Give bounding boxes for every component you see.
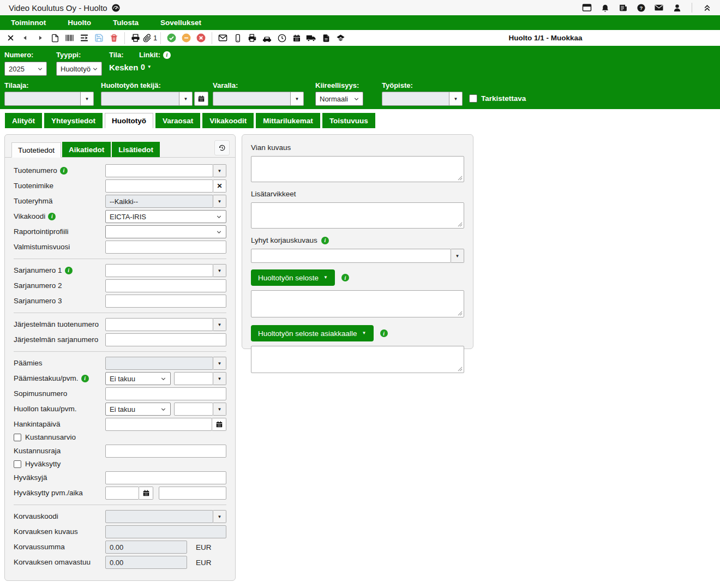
valmistumisvuosi-input[interactable] <box>105 241 226 254</box>
vikakoodi-select[interactable]: EICTA-IRIS <box>105 210 226 223</box>
fax-icon[interactable] <box>245 31 260 45</box>
hyvaksytty-pvm-calendar-button[interactable] <box>139 487 153 500</box>
sarjanumero3-input[interactable] <box>105 295 226 308</box>
clock-icon[interactable] <box>274 31 289 45</box>
info-icon[interactable]: i <box>48 213 56 220</box>
huoltotyon-seloste-textarea[interactable] <box>251 290 464 317</box>
korvauksen-kuvaus-input[interactable] <box>105 525 226 538</box>
tilaaja-input[interactable] <box>4 92 81 106</box>
prev-record-icon[interactable] <box>18 31 33 45</box>
resize-grip-icon[interactable] <box>458 311 463 316</box>
hyvaksytty-pvm-input[interactable] <box>105 487 139 500</box>
dropdown-arrow-button[interactable]: ▼ <box>449 92 463 106</box>
notifications-bell-icon[interactable] <box>599 2 610 13</box>
barcode-icon[interactable] <box>62 31 77 45</box>
paamiestakuu-pvm-input[interactable] <box>174 372 213 385</box>
car-icon[interactable] <box>260 31 274 45</box>
window-icon[interactable] <box>581 2 592 13</box>
user-icon[interactable] <box>671 2 682 13</box>
info-icon[interactable]: i <box>65 267 73 274</box>
subtab-tuotetiedot[interactable]: Tuotetiedot <box>11 142 61 158</box>
tab-huoltotyo[interactable]: Huoltotyö <box>105 113 153 128</box>
tab-vikakoodit[interactable]: Vikakoodit <box>202 113 254 128</box>
numero-select[interactable]: 2025 <box>4 62 47 76</box>
huoltotyon-seloste-asiakkaalle-textarea[interactable] <box>251 346 464 373</box>
tab-yhteystiedot[interactable]: Yhteystiedot <box>44 113 103 128</box>
korvauskoodi-input[interactable] <box>105 510 213 523</box>
dropdown-arrow-button[interactable]: ▼ <box>213 264 226 277</box>
kustannusraja-input[interactable] <box>105 445 226 458</box>
print-icon[interactable] <box>128 31 143 45</box>
menu-huolto[interactable]: Huolto <box>57 15 102 30</box>
info-icon[interactable]: i <box>380 329 388 337</box>
korvauksen-omavastuu-input[interactable]: 0.00 <box>105 556 187 569</box>
save-icon[interactable] <box>92 31 106 45</box>
dropdown-arrow-button[interactable]: ▼ <box>81 92 94 106</box>
subtab-aikatiedot[interactable]: Aikatiedot <box>62 142 111 157</box>
sms-mobile-icon[interactable] <box>230 31 245 45</box>
help-icon[interactable] <box>635 2 646 13</box>
info-icon[interactable]: i <box>163 51 171 59</box>
tab-alityot[interactable]: Alityöt <box>5 113 42 128</box>
huollon-takuu-select[interactable]: Ei takuu <box>105 403 171 416</box>
varalla-combobox[interactable]: ▼ <box>213 92 304 106</box>
kiireellisyys-select[interactable]: Normaali <box>315 92 363 106</box>
hyvaksytty-checkbox[interactable] <box>14 460 21 468</box>
huoltotyon-seloste-button[interactable]: Huoltotyön seloste ▼ <box>251 269 335 286</box>
tab-mittarilukemat[interactable]: Mittarilukemat <box>256 113 320 128</box>
dropdown-arrow-button[interactable]: ▼ <box>213 510 226 523</box>
kustannusarvio-checkbox[interactable] <box>14 434 21 441</box>
resize-grip-icon[interactable] <box>458 222 463 227</box>
reject-icon[interactable] <box>194 31 208 45</box>
jarjestelman-tuotenumero-input[interactable] <box>105 318 213 331</box>
menu-toiminnot[interactable]: Toiminnot <box>0 15 57 30</box>
tekija-calendar-button[interactable] <box>194 92 208 106</box>
next-record-icon[interactable] <box>33 31 47 45</box>
truck-icon[interactable] <box>304 31 319 45</box>
paamiestakuu-select[interactable]: Ei takuu <box>105 372 171 385</box>
resize-grip-icon[interactable] <box>458 367 463 371</box>
hyvaksytty-aika-input[interactable] <box>159 487 226 500</box>
tyopiste-combobox[interactable]: ▼ <box>382 92 463 106</box>
collapse-angles-up-icon[interactable] <box>701 2 712 13</box>
hold-icon[interactable] <box>179 31 194 45</box>
hyvaksyja-input[interactable] <box>105 471 226 484</box>
dropdown-arrow-button[interactable]: ▼ <box>179 92 193 106</box>
sarjanumero2-input[interactable] <box>105 279 226 292</box>
clear-x-button[interactable]: ✕ <box>213 179 226 193</box>
huoltotyon-seloste-asiakkaalle-button[interactable]: Huoltotyön seloste asiakkaalle ▼ <box>251 325 374 341</box>
work-queue-icon[interactable] <box>77 31 92 45</box>
dropdown-arrow-button[interactable]: ▼ <box>213 164 226 177</box>
info-icon[interactable]: i <box>321 237 329 244</box>
sarjanumero1-input[interactable] <box>105 264 213 277</box>
tuoteryhma-input[interactable]: --Kaikki-- <box>105 195 213 208</box>
lyhyt-korjauskuvaus-input[interactable] <box>251 249 451 263</box>
document-notes-icon[interactable] <box>319 31 333 45</box>
tuotenumero-input[interactable] <box>105 164 213 177</box>
dropdown-arrow-button[interactable]: ▼ <box>213 372 226 385</box>
history-button[interactable] <box>214 140 230 155</box>
paamies-input[interactable] <box>105 357 213 370</box>
news-icon[interactable] <box>617 2 628 13</box>
tab-varaosat[interactable]: Varaosat <box>155 113 200 128</box>
tekija-combobox[interactable]: ▼ <box>101 92 208 106</box>
resize-grip-icon[interactable] <box>458 176 463 181</box>
info-icon[interactable]: i <box>60 167 68 175</box>
tilaaja-combobox[interactable]: ▼ <box>4 92 94 106</box>
dashboard-icon[interactable] <box>111 3 121 13</box>
new-document-icon[interactable] <box>47 31 62 45</box>
vian-kuvaus-textarea[interactable] <box>251 156 464 182</box>
email-icon[interactable] <box>215 31 230 45</box>
dropdown-arrow-button[interactable]: ▼ <box>451 249 464 263</box>
hankintapaiva-calendar-button[interactable] <box>212 418 226 431</box>
tuotenimike-input[interactable] <box>105 179 213 193</box>
info-icon[interactable]: i <box>341 274 349 281</box>
varalla-input[interactable] <box>213 92 291 106</box>
close-icon[interactable] <box>3 31 18 45</box>
tekija-input[interactable] <box>101 92 179 106</box>
korvaussumma-input[interactable]: 0.00 <box>105 541 187 554</box>
tyopiste-input[interactable] <box>382 92 449 106</box>
delete-icon[interactable] <box>106 31 121 45</box>
dropdown-arrow-button[interactable]: ▼ <box>291 92 304 106</box>
raportointiprofiili-select[interactable] <box>105 225 226 238</box>
